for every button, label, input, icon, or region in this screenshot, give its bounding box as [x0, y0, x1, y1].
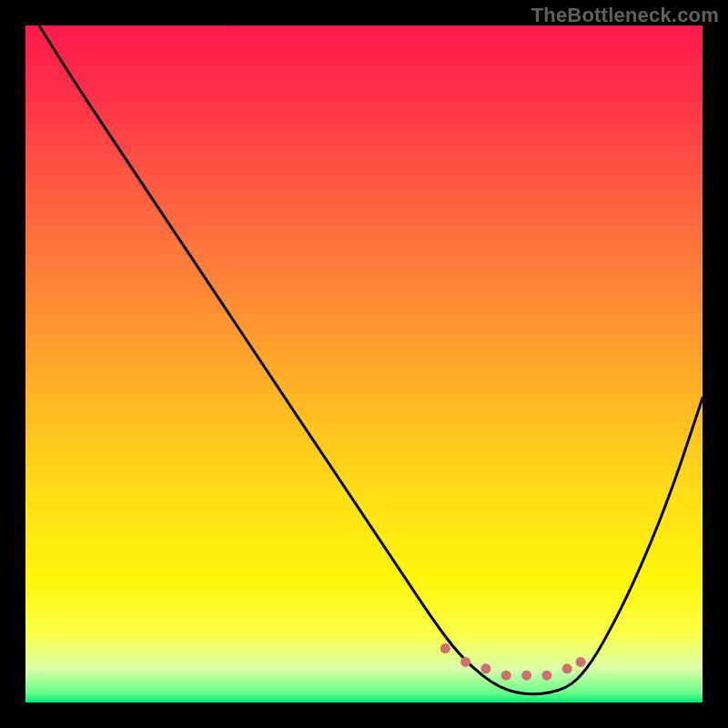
optimal-range-dots — [440, 643, 586, 681]
optimal-dot — [576, 657, 586, 667]
optimal-dot — [521, 671, 531, 681]
bottleneck-curve — [39, 25, 703, 694]
optimal-dot — [562, 663, 572, 673]
optimal-dot — [501, 671, 511, 681]
optimal-dot — [480, 663, 490, 673]
chart-frame: TheBottleneck.com — [0, 0, 728, 728]
optimal-dot — [440, 643, 450, 653]
curve-layer — [25, 25, 703, 703]
plot-area — [25, 25, 703, 703]
optimal-dot — [541, 671, 551, 681]
watermark-text: TheBottleneck.com — [531, 4, 719, 27]
optimal-dot — [460, 657, 470, 667]
